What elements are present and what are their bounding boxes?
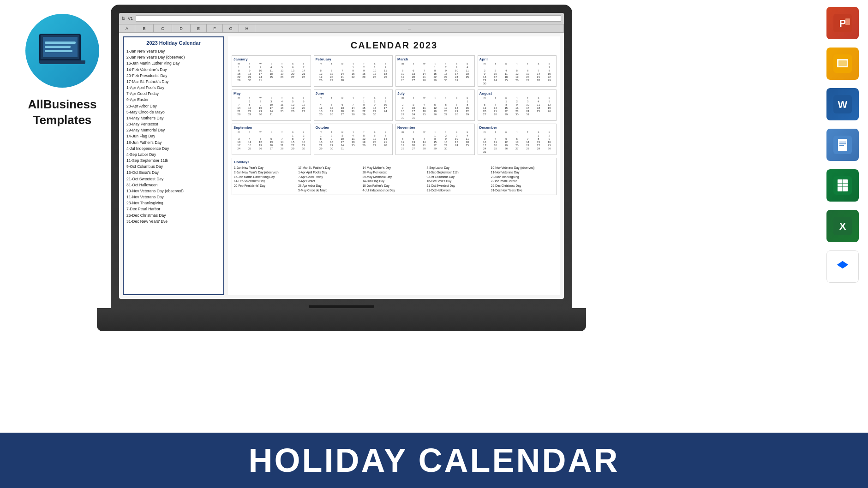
day-cell: 20 — [512, 143, 522, 147]
svg-rect-9 — [838, 139, 847, 151]
day-cell: 23 — [244, 75, 255, 78]
day-cell: 10 — [255, 69, 266, 72]
day-cell: 3 — [479, 137, 490, 140]
google-slides-icon[interactable] — [826, 48, 859, 80]
holiday-list-item: 28-Apr Arbor Day — [126, 103, 221, 109]
day-cell: 5 — [544, 100, 555, 103]
holidays-section-title: Holidays — [234, 160, 554, 164]
google-sheets-icon[interactable] — [826, 169, 859, 202]
day-cell: 24 — [490, 78, 501, 82]
day-cell: 23 — [326, 143, 337, 147]
day-cell: 18 — [533, 106, 544, 109]
day-cell: 2 — [544, 134, 555, 137]
day-cell: 17 — [233, 143, 244, 147]
day-cell: 30 — [326, 147, 337, 150]
holiday-bottom-item: 28-Apr Arbor Day — [298, 184, 361, 188]
month-name: April — [479, 57, 555, 61]
holiday-bottom-item: 29-May Memorial Day — [362, 175, 425, 179]
month-name: June — [316, 91, 391, 95]
day-cell: 5 — [397, 69, 408, 72]
dropbox-icon[interactable] — [826, 250, 859, 283]
day-cell: 25 — [348, 143, 359, 147]
holiday-column: 1-Jan New Year's Day2-Jan New Year's Day… — [234, 166, 297, 193]
day-cell: 19 — [544, 106, 555, 109]
excel-icon[interactable]: X — [826, 210, 859, 242]
day-cell: 22 — [233, 75, 244, 78]
day-cell: 17 — [380, 106, 391, 109]
day-cell: 30 — [512, 113, 522, 116]
day-cell: 9 — [479, 72, 490, 75]
day-cell: 21 — [380, 140, 391, 143]
day-cell: 13 — [326, 72, 337, 75]
day-cell: 20 — [522, 75, 533, 78]
month-block: Februarymtwtfss1234567891011121314151617… — [314, 55, 393, 87]
day-cell: 20 — [298, 106, 309, 109]
day-cell: 30 — [440, 78, 451, 82]
day-cell: 20 — [408, 75, 419, 78]
day-cell: 19 — [512, 75, 522, 78]
day-cell: 12 — [430, 106, 440, 109]
day-cell: 6 — [326, 69, 337, 72]
day-cell: 18 — [316, 109, 326, 113]
day-cell: 20 — [326, 75, 337, 78]
day-cell: 21 — [533, 75, 544, 78]
day-cell: 23 — [479, 78, 490, 82]
day-cell: 29 — [287, 147, 298, 150]
day-cell: 27 — [479, 113, 490, 116]
powerpoint-icon[interactable]: P — [826, 7, 859, 39]
day-cell: 24 — [479, 147, 490, 150]
day-cell: 15 — [233, 72, 244, 75]
day-cell: 7 — [522, 137, 533, 140]
day-cell: 1 — [533, 134, 544, 137]
day-cell: 24 — [369, 75, 380, 78]
formula-bar: fx V1 — [119, 13, 564, 24]
day-cell: 31 — [479, 150, 490, 153]
month-block: Januarymtwtfss12345678910111213141516171… — [232, 55, 311, 87]
day-cell: 18 — [380, 72, 391, 75]
day-cell: 9 — [244, 69, 255, 72]
day-cell: 3 — [451, 65, 462, 69]
day-cell: 19 — [287, 106, 298, 109]
day-cell: 16 — [359, 72, 369, 75]
day-cell: 3 — [522, 100, 533, 103]
day-cell: 30 — [479, 82, 490, 85]
day-cell: 22 — [316, 143, 326, 147]
holiday-bottom-item: 11-Sep September 11th — [427, 170, 490, 175]
day-cell: 30 — [244, 78, 255, 82]
day-cell: 10 — [490, 72, 501, 75]
holiday-list-item: 17-Mar St. Patrick's Day — [126, 79, 221, 85]
day-cell: 15 — [430, 140, 440, 143]
day-cell: 16 — [369, 106, 380, 109]
holiday-bottom-item: 5-May Cinco de Mayo — [298, 188, 361, 193]
day-cell: 1 — [430, 65, 440, 69]
day-cell: 21 — [276, 143, 287, 147]
svg-text:W: W — [838, 99, 848, 110]
day-cell: 25 — [244, 147, 255, 150]
day-cell: 25 — [462, 75, 473, 78]
google-docs-icon[interactable] — [826, 129, 859, 161]
holiday-list-item: 25-Dec Christmas Day — [126, 213, 221, 219]
day-cell: 11 — [490, 140, 501, 143]
month-name: March — [397, 57, 473, 61]
holiday-list-item: 21-Oct Sweetest Day — [126, 176, 221, 182]
day-cell: 4 — [462, 65, 473, 69]
day-cell: 16 — [326, 140, 337, 143]
svg-text:X: X — [839, 220, 846, 232]
day-cell: 16 — [479, 75, 490, 78]
word-icon[interactable]: W — [826, 88, 859, 120]
day-cell: 4 — [419, 103, 430, 106]
holiday-column: 10-Nov Veterans Day (observed)11-Nov Vet… — [491, 166, 554, 193]
month-name: July — [397, 91, 473, 95]
day-cell: 10 — [233, 140, 244, 143]
day-cell: 26 — [359, 143, 369, 147]
day-cell: 23 — [369, 109, 380, 113]
holiday-list-item: 11-Sep September 11th — [126, 158, 221, 164]
day-cell: 26 — [397, 78, 408, 82]
day-cell: 27 — [326, 78, 337, 82]
day-cell: 10 — [451, 69, 462, 72]
day-cell: 17 — [266, 106, 276, 109]
day-cell: 28 — [348, 113, 359, 116]
day-cell: 14 — [380, 137, 391, 140]
holiday-list-item: 14-Jun Flag Day — [126, 133, 221, 139]
day-cell: 31 — [408, 116, 419, 119]
